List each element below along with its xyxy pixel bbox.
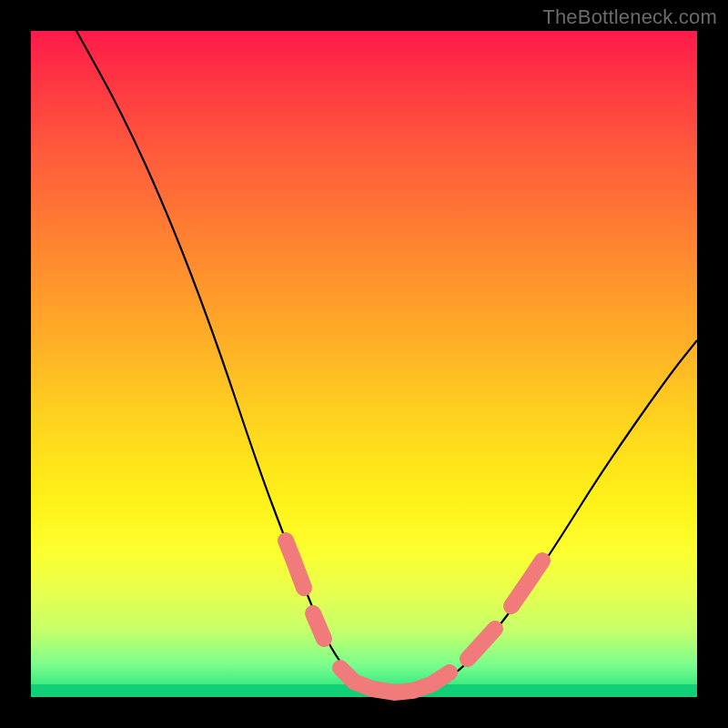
highlight-band-segment <box>286 541 304 588</box>
data-marker <box>297 581 311 595</box>
chart-svg <box>31 31 697 697</box>
plot-area <box>31 31 697 697</box>
data-marker <box>317 632 331 646</box>
bottleneck-curve <box>76 31 697 694</box>
data-marker <box>460 652 475 666</box>
data-marker <box>347 674 361 689</box>
data-marker <box>278 533 293 548</box>
data-marker <box>504 599 519 613</box>
data-marker <box>388 685 402 700</box>
highlight-band-group <box>286 541 542 693</box>
data-marker <box>535 553 550 568</box>
data-marker <box>424 677 439 692</box>
highlight-band-segment <box>511 561 542 606</box>
watermark-text: TheBottleneck.com <box>542 5 717 29</box>
